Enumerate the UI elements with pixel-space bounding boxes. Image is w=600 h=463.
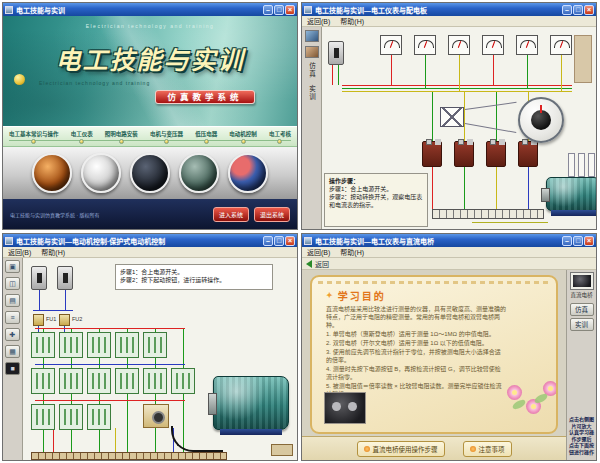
wire: [342, 88, 572, 89]
leaf-decoration: [533, 392, 549, 405]
steps-button-label: 直流电桥使用操作步骤: [373, 444, 438, 454]
contactor[interactable]: [87, 368, 111, 394]
menu-back[interactable]: 返回(B): [307, 16, 330, 26]
tool-wire-button[interactable]: ≡: [5, 311, 20, 324]
close-button[interactable]: ×: [285, 5, 295, 15]
menu-item-assessment[interactable]: 电工考核: [269, 130, 291, 144]
contactor[interactable]: [31, 404, 55, 430]
sim-mode-label[interactable]: 仿真: [307, 62, 317, 79]
wire: [496, 92, 497, 141]
titlebar[interactable]: 电工技能与实训—电工仪表与配电板 – □ ×: [302, 3, 596, 16]
train-mode-label[interactable]: 实训: [307, 85, 317, 102]
back-button[interactable]: 返回: [315, 259, 329, 269]
sim-thumb-icon[interactable]: [305, 30, 319, 42]
maximize-button[interactable]: □: [274, 5, 284, 15]
contactor[interactable]: [87, 332, 111, 358]
contactor[interactable]: [115, 368, 139, 394]
heading-text: 学习目的: [338, 288, 386, 303]
back-arrow-icon: [306, 260, 312, 268]
circuit-breaker-qf2[interactable]: [57, 266, 73, 290]
enter-system-button[interactable]: 进入系统: [213, 207, 249, 222]
menu-back[interactable]: 返回(B): [307, 247, 330, 257]
contactor[interactable]: [31, 368, 55, 394]
contactor[interactable]: [59, 332, 83, 358]
menu-help[interactable]: 帮助(H): [340, 247, 364, 257]
window-title: 电工技能与实训—电动机控制·保护式电动机控制: [16, 236, 260, 246]
train-mode-button[interactable]: 实训: [570, 318, 594, 331]
menu-dot-icon: [277, 139, 282, 144]
menu-back[interactable]: 返回(B): [8, 247, 31, 257]
maximize-button[interactable]: □: [573, 5, 583, 15]
menu-item-meters[interactable]: 电工仪表: [71, 130, 93, 144]
paragraph: 4. 测量时先按下电源按钮 B，再按检流计按钮 G，调节比较臂使检流计指零。: [326, 365, 506, 381]
menu-item-label: 电动机控制: [229, 130, 257, 138]
minimize-button[interactable]: –: [562, 5, 572, 15]
contactor[interactable]: [87, 404, 111, 430]
maximize-button[interactable]: □: [573, 236, 583, 246]
step-1: 步骤1：合上电源开关。: [329, 185, 423, 193]
menu-help[interactable]: 帮助(H): [41, 247, 65, 257]
wire: [332, 65, 333, 85]
splash-footer: 电工技能与实训仿真教学系统 · 版权所有 进入系统 退出系统: [3, 199, 297, 229]
titlebar[interactable]: 电工技能与实训—电动机控制·保护式电动机控制 – □ ×: [3, 234, 297, 247]
wire: [425, 55, 426, 88]
contactor[interactable]: [143, 332, 167, 358]
tool-component-button[interactable]: ▤: [5, 294, 20, 307]
menu-item-basics[interactable]: 电工基本常识与操作: [9, 130, 59, 144]
circuit-breaker-qf1[interactable]: [31, 266, 47, 290]
minimize-button[interactable]: –: [263, 236, 273, 246]
titlebar[interactable]: 电工技能与实训 – □ ×: [3, 3, 297, 16]
cam-switch-symbol[interactable]: [440, 107, 464, 127]
circuit-breaker[interactable]: [328, 41, 344, 65]
contactor[interactable]: [31, 332, 55, 358]
maximize-button[interactable]: □: [274, 236, 284, 246]
window-motor-control: 电工技能与实训—电动机控制·保护式电动机控制 – □ × 返回(B) 帮助(H)…: [2, 233, 298, 461]
close-button[interactable]: ×: [584, 5, 594, 15]
content-area: ✦ 学习目的 直流电桥是采用比较法进行测量的仪器，具有灵敏度高、测量准确的特点，…: [302, 270, 566, 460]
titlebar[interactable]: 电工技能与实训—电工仪表与直流电桥 – □ ×: [302, 234, 596, 247]
exit-system-button[interactable]: 退出系统: [254, 207, 290, 222]
notes-button[interactable]: 注意事项: [463, 441, 512, 457]
thermal-relay[interactable]: [143, 404, 169, 428]
photo-component: [130, 153, 170, 193]
fuse-fu1[interactable]: [33, 314, 44, 326]
tool-add-button[interactable]: ✚: [5, 328, 20, 341]
tool-dark-button[interactable]: ■: [5, 362, 20, 375]
contactor[interactable]: [171, 368, 195, 394]
instrument-photo: [324, 392, 366, 424]
contactor[interactable]: [59, 368, 83, 394]
wire: [342, 91, 572, 92]
contactor[interactable]: [115, 332, 139, 358]
contactor[interactable]: [59, 404, 83, 430]
hint-note: 点击右侧图片可放大 认真学习操作步骤后 点击下面按钮进行操作: [568, 414, 595, 457]
window-splash: 电工技能与实训 – □ × Electrician technology and…: [2, 2, 298, 230]
panel-meter: [516, 35, 538, 55]
minimize-button[interactable]: –: [562, 236, 572, 246]
train-thumb-icon[interactable]: [305, 46, 319, 58]
contactor[interactable]: [143, 368, 167, 394]
callout-line: [465, 123, 516, 133]
wire: [35, 328, 185, 329]
tool-grid-button[interactable]: ▦: [5, 345, 20, 358]
menu-item-motors-transformers[interactable]: 电机与变压器: [150, 130, 183, 144]
tool-meter-button[interactable]: ◫: [5, 277, 20, 290]
tool-power-button[interactable]: ▣: [5, 260, 20, 273]
sim-mode-button[interactable]: 仿真: [570, 303, 594, 316]
right-sidebar: 直流电桥 仿真 实训 点击右侧图片可放大 认真学习操作步骤后 点击下面按钮进行操…: [566, 270, 596, 460]
window-buttons: – □ ×: [562, 5, 594, 15]
menu-help[interactable]: 帮助(H): [340, 16, 364, 26]
wire: [472, 222, 548, 223]
terminal-strip: [432, 209, 544, 219]
fuse-fu2[interactable]: [59, 314, 70, 326]
steps-button[interactable]: 直流电桥使用操作步骤: [357, 441, 445, 457]
close-button[interactable]: ×: [584, 236, 594, 246]
bridge-thumbnail[interactable]: [571, 273, 593, 289]
menu-item-lv-apparatus[interactable]: 低压电器: [195, 130, 217, 144]
wire: [464, 167, 465, 209]
left-toolbar: 仿真 实训: [302, 27, 322, 229]
menu-item-lighting[interactable]: 照明电路安装: [105, 130, 138, 144]
menu-item-motor-control[interactable]: 电动机控制: [229, 130, 257, 144]
window-buttons: – □ ×: [562, 236, 594, 246]
close-button[interactable]: ×: [285, 236, 295, 246]
minimize-button[interactable]: –: [263, 5, 273, 15]
